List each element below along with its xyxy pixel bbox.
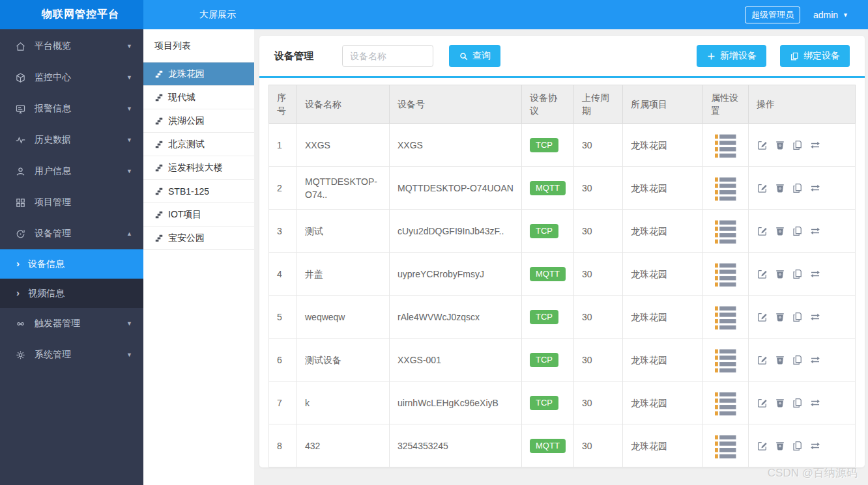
attribute-settings-button[interactable] <box>711 130 740 159</box>
cell-device-id: uypreYCRrobyFmsyJ <box>390 253 522 296</box>
copy-button[interactable] <box>792 182 803 194</box>
edit-button[interactable] <box>757 397 768 409</box>
edit-button[interactable] <box>757 440 768 452</box>
sidebar-item[interactable]: 触发器管理▼ <box>0 308 143 339</box>
row-actions <box>757 139 847 151</box>
col-header-protocol: 设备协议 <box>522 85 574 124</box>
cell-no: 5 <box>269 296 297 339</box>
project-item-label: STB1-125 <box>168 186 209 197</box>
user-icon <box>15 166 26 177</box>
attribute-settings-button[interactable] <box>711 388 740 417</box>
edit-button[interactable] <box>757 182 768 194</box>
sidebar-subitem[interactable]: ›视频信息 <box>0 279 143 308</box>
transfer-button[interactable] <box>809 311 821 323</box>
sidebar-item[interactable]: 项目管理 <box>0 187 143 218</box>
sidebar-item[interactable]: 监控中心▼ <box>0 62 143 93</box>
transfer-button[interactable] <box>809 182 821 194</box>
top-nav-item-dashboard[interactable]: 大屏展示 <box>199 9 236 21</box>
row-actions <box>757 311 847 323</box>
attribute-settings-button[interactable] <box>711 173 740 202</box>
delete-button[interactable] <box>774 311 786 323</box>
gear-icon <box>15 350 26 361</box>
copy-button[interactable] <box>792 440 803 452</box>
project-item[interactable]: 现代城 <box>143 86 254 109</box>
sidebar-item-label: 监控中心 <box>35 72 126 83</box>
edit-button[interactable] <box>757 225 768 237</box>
delete-button[interactable] <box>774 354 786 366</box>
attribute-settings-button[interactable] <box>711 431 740 460</box>
user-menu[interactable]: admin ▼ <box>813 10 848 20</box>
protocol-badge: TCP <box>530 353 558 367</box>
attribute-settings-button[interactable] <box>711 345 740 374</box>
sidebar-submenu: ›设备信息›视频信息 <box>0 249 143 308</box>
device-row: 5weqweqwrAle4WVWcJ0zqscxTCP30龙珠花园 <box>269 296 856 339</box>
cell-device-name: k <box>297 381 390 424</box>
fullscreen-icon[interactable] <box>712 8 724 21</box>
delete-button[interactable] <box>774 182 786 194</box>
transfer-button[interactable] <box>809 440 821 452</box>
delete-button[interactable] <box>774 225 786 237</box>
device-name-search-input[interactable] <box>342 45 433 67</box>
bind-device-button[interactable]: 绑定设备 <box>780 45 850 67</box>
cell-device-id: 3254353245 <box>390 424 522 467</box>
edit-button[interactable] <box>757 139 768 151</box>
building-icon <box>154 163 164 173</box>
username: admin <box>813 10 838 20</box>
edit-button[interactable] <box>757 311 768 323</box>
sidebar-item[interactable]: 报警信息▼ <box>0 93 143 124</box>
project-item[interactable]: 宝安公园 <box>143 227 254 250</box>
cell-protocol: MQTT <box>522 167 574 210</box>
sidebar-item[interactable]: 系统管理▼ <box>0 339 143 370</box>
transfer-button[interactable] <box>809 268 821 280</box>
delete-button[interactable] <box>774 268 786 280</box>
attribute-settings-button[interactable] <box>711 259 740 288</box>
copy-button[interactable] <box>792 225 803 237</box>
col-header-project: 所属项目 <box>623 85 703 124</box>
delete-button[interactable] <box>774 139 786 151</box>
transfer-button[interactable] <box>809 139 821 151</box>
delete-button[interactable] <box>774 440 786 452</box>
cell-period: 30 <box>574 424 623 467</box>
cell-period: 30 <box>574 381 623 424</box>
copy-button[interactable] <box>792 139 803 151</box>
trigger-infinity-icon <box>15 318 26 329</box>
delete-button[interactable] <box>774 397 786 409</box>
cell-project: 龙珠花园 <box>623 424 703 467</box>
col-header-device-name: 设备名称 <box>297 85 390 124</box>
attribute-settings-button[interactable] <box>711 302 740 331</box>
edit-button[interactable] <box>757 354 768 366</box>
sidebar-item[interactable]: 历史数据▼ <box>0 124 143 156</box>
transfer-button[interactable] <box>809 397 821 409</box>
sidebar-item[interactable]: 用户信息▼ <box>0 156 143 187</box>
cell-device-id: cUyu2dDQGFI9InJb43zF.. <box>390 210 522 253</box>
project-item[interactable]: IOT项目 <box>143 203 254 227</box>
copy-button[interactable] <box>792 354 803 366</box>
sidebar-item[interactable]: 设备管理▲ <box>0 218 143 249</box>
copy-button[interactable] <box>792 311 803 323</box>
plus-icon <box>706 51 716 61</box>
project-item[interactable]: STB1-125 <box>143 180 254 203</box>
query-button[interactable]: 查询 <box>449 45 500 67</box>
edit-button[interactable] <box>757 268 768 280</box>
cell-project: 龙珠花园 <box>623 381 703 424</box>
project-panel: 项目列表 龙珠花园现代城洪湖公园北京测试运发科技大楼STB1-125IOT项目宝… <box>143 29 254 485</box>
device-table: 序号 设备名称 设备号 设备协议 上传周期 所属项目 属性设置 操作 1XXGS… <box>268 85 856 467</box>
transfer-button[interactable] <box>809 225 821 237</box>
table-header-row: 序号 设备名称 设备号 设备协议 上传周期 所属项目 属性设置 操作 <box>269 85 856 124</box>
attribute-settings-button[interactable] <box>711 216 740 245</box>
copy-button[interactable] <box>792 397 803 409</box>
row-actions <box>757 268 847 280</box>
project-item[interactable]: 龙珠花园 <box>143 62 254 86</box>
transfer-button[interactable] <box>809 354 821 366</box>
add-device-button[interactable]: 新增设备 <box>697 45 766 67</box>
bell-icon[interactable] <box>673 8 686 21</box>
sidebar-subitem[interactable]: ›设备信息 <box>0 249 143 279</box>
project-item[interactable]: 运发科技大楼 <box>143 156 254 180</box>
project-item[interactable]: 洪湖公园 <box>143 109 254 133</box>
collapse-menu-icon[interactable] <box>162 8 175 21</box>
protocol-badge: MQTT <box>530 439 566 453</box>
cell-project: 龙珠花园 <box>623 167 703 210</box>
copy-button[interactable] <box>792 268 803 280</box>
sidebar-item[interactable]: 平台概览▼ <box>0 31 143 62</box>
project-item[interactable]: 北京测试 <box>143 133 254 156</box>
